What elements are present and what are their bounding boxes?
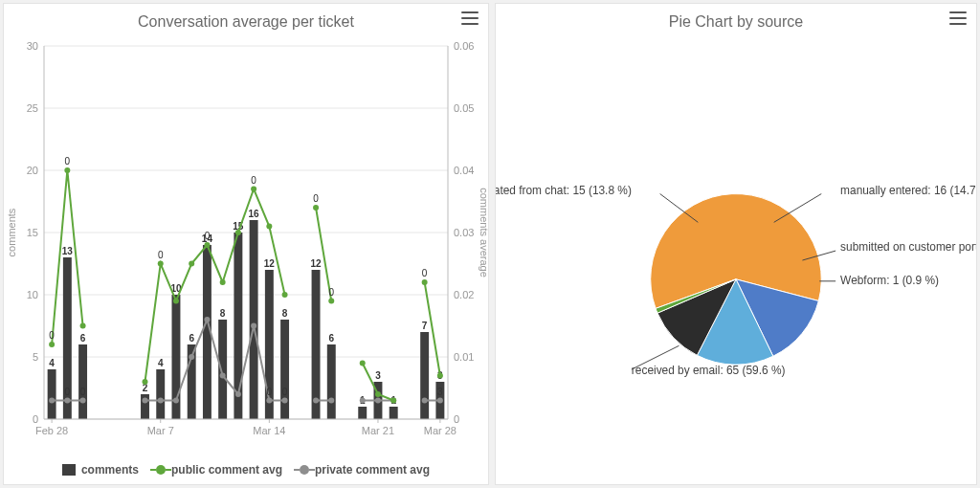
data-point[interactable]	[360, 361, 366, 366]
svg-text:comments average: comments average	[479, 188, 488, 277]
data-point[interactable]	[266, 398, 272, 404]
svg-text:20: 20	[27, 165, 38, 176]
svg-text:3: 3	[437, 387, 443, 397]
legend-item-green: public comment avg	[156, 463, 282, 477]
bar[interactable]	[156, 369, 165, 419]
svg-text:0.02: 0.02	[454, 289, 474, 300]
svg-text:0: 0	[267, 387, 273, 397]
data-point[interactable]	[437, 373, 443, 379]
data-point[interactable]	[282, 398, 288, 404]
data-point[interactable]	[328, 398, 334, 404]
bar[interactable]	[420, 332, 429, 419]
data-point[interactable]	[64, 398, 70, 404]
pie-chart: received by email: 65 (59.6 %)created fr…	[496, 36, 976, 484]
svg-text:Mar 21: Mar 21	[362, 425, 394, 436]
bar[interactable]	[78, 344, 87, 419]
data-point[interactable]	[437, 398, 443, 404]
bar[interactable]	[312, 270, 321, 419]
svg-text:4: 4	[49, 358, 55, 368]
panel-title: Conversation average per ticket	[138, 13, 354, 31]
data-point[interactable]	[375, 398, 381, 404]
data-point[interactable]	[328, 299, 334, 304]
svg-text:6: 6	[328, 333, 334, 344]
data-point[interactable]	[173, 398, 179, 404]
data-point[interactable]	[422, 398, 428, 404]
data-point[interactable]	[251, 323, 256, 329]
pie-chart-svg: received by email: 65 (59.6 %)created fr…	[496, 36, 976, 484]
data-point[interactable]	[204, 242, 210, 248]
data-point[interactable]	[266, 224, 272, 230]
svg-text:10: 10	[27, 289, 38, 300]
data-point[interactable]	[220, 279, 226, 285]
svg-text:0.01: 0.01	[454, 351, 474, 363]
svg-text:12: 12	[310, 258, 322, 269]
svg-text:5: 5	[33, 351, 38, 363]
menu-icon[interactable]	[949, 11, 967, 25]
legend-label-green: public comment avg	[171, 463, 282, 477]
pie-label: submitted on customer portal: 12 (11 %)	[840, 240, 976, 254]
data-point[interactable]	[143, 398, 148, 404]
data-point[interactable]	[80, 398, 86, 404]
combo-chart: 05101520253000.010.020.030.040.050.06com…	[4, 36, 488, 457]
bar[interactable]	[218, 320, 227, 419]
data-point[interactable]	[220, 373, 226, 379]
svg-text:0: 0	[65, 387, 71, 397]
bar[interactable]	[250, 220, 258, 419]
bar[interactable]	[390, 407, 398, 419]
panel-header: Conversation average per ticket	[4, 4, 488, 36]
data-point[interactable]	[189, 354, 194, 360]
svg-text:0: 0	[251, 175, 256, 186]
data-point[interactable]	[189, 261, 194, 267]
data-point[interactable]	[143, 379, 148, 385]
bar[interactable]	[48, 369, 56, 419]
svg-text:13: 13	[62, 246, 74, 256]
combo-legend: comments public comment avg private comm…	[4, 457, 488, 484]
data-point[interactable]	[64, 167, 70, 173]
svg-text:0: 0	[282, 387, 288, 397]
panel-header: Pie Chart by source	[496, 4, 976, 36]
legend-label-grey: private comment avg	[315, 463, 430, 477]
bar[interactable]	[280, 320, 289, 419]
data-point[interactable]	[158, 261, 164, 267]
svg-text:comments: comments	[6, 208, 17, 256]
svg-text:3: 3	[375, 370, 381, 381]
data-point[interactable]	[375, 391, 381, 397]
svg-text:0: 0	[80, 387, 86, 397]
data-point[interactable]	[80, 323, 86, 329]
data-point[interactable]	[204, 317, 210, 322]
data-point[interactable]	[235, 391, 241, 397]
data-point[interactable]	[282, 292, 288, 298]
data-point[interactable]	[49, 342, 55, 347]
data-point[interactable]	[422, 279, 428, 285]
svg-text:0.03: 0.03	[454, 227, 474, 238]
pie-label: manually entered: 16 (14.7 %)	[840, 184, 976, 197]
data-point[interactable]	[360, 398, 366, 404]
data-point[interactable]	[251, 187, 256, 192]
data-point[interactable]	[158, 398, 164, 404]
bar[interactable]	[358, 407, 367, 419]
data-point[interactable]	[390, 398, 396, 404]
svg-text:Mar 7: Mar 7	[147, 425, 174, 436]
svg-text:0: 0	[158, 250, 164, 260]
svg-text:7: 7	[422, 321, 428, 331]
svg-text:6: 6	[80, 333, 86, 344]
data-point[interactable]	[235, 230, 241, 235]
dashboard-container: Conversation average per ticket 05101520…	[0, 0, 980, 488]
legend-item-bar: comments	[62, 463, 139, 477]
svg-text:Mar 14: Mar 14	[253, 425, 285, 436]
bar[interactable]	[327, 344, 336, 419]
svg-text:15: 15	[27, 227, 38, 238]
svg-text:8: 8	[282, 308, 288, 319]
legend-label-bar: comments	[81, 463, 139, 477]
svg-text:Mar 28: Mar 28	[424, 425, 457, 436]
data-point[interactable]	[49, 398, 55, 404]
combo-chart-svg: 05101520253000.010.020.030.040.050.06com…	[4, 36, 488, 448]
svg-text:4: 4	[158, 358, 164, 368]
menu-icon[interactable]	[461, 11, 479, 25]
pie-label: created from chat: 15 (13.8 %)	[496, 184, 632, 197]
legend-item-grey: private comment avg	[300, 463, 430, 477]
data-point[interactable]	[313, 205, 319, 211]
svg-text:0.05: 0.05	[454, 102, 474, 114]
data-point[interactable]	[313, 398, 319, 404]
data-point[interactable]	[173, 299, 179, 304]
